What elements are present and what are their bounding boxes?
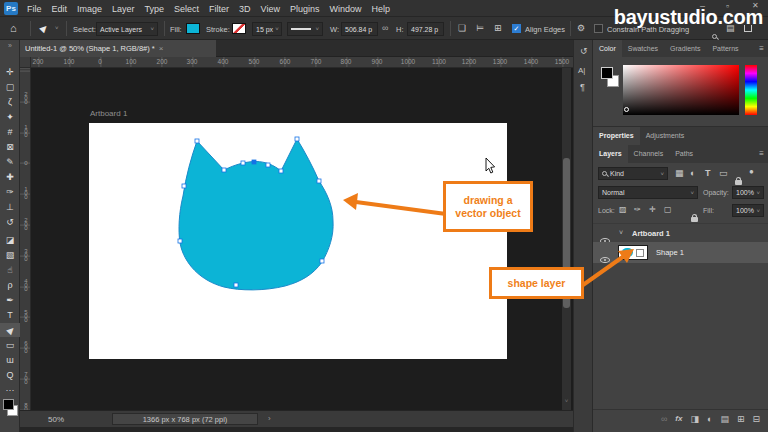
menu-type[interactable]: Type bbox=[145, 4, 165, 14]
filter-toggle-icon[interactable]: ● bbox=[749, 167, 754, 176]
fill-swatch[interactable] bbox=[186, 23, 200, 34]
vertical-scrollbar[interactable]: ˅ bbox=[562, 68, 571, 410]
toolbar-expand-icon[interactable]: » bbox=[0, 42, 20, 49]
menu-help[interactable]: Help bbox=[372, 4, 391, 14]
filter-smart-objects-icon[interactable] bbox=[735, 180, 742, 185]
path-selection-tool-icon[interactable]: ▶ bbox=[37, 22, 49, 34]
zoom-tool-icon[interactable]: Q bbox=[0, 368, 20, 382]
brush-tool-icon[interactable]: ✑ bbox=[0, 185, 20, 199]
eyedropper-tool-icon[interactable]: ✎ bbox=[0, 155, 20, 169]
tab-adjustments[interactable]: Adjustments bbox=[640, 127, 691, 145]
frame-tool-icon[interactable]: ⊠ bbox=[0, 140, 20, 154]
layer-row-shape[interactable]: Shape 1 bbox=[593, 242, 768, 263]
artboard-label[interactable]: Artboard 1 bbox=[90, 109, 127, 118]
filter-adjustment-layers-icon[interactable]: ◐ bbox=[690, 168, 695, 178]
artboard[interactable] bbox=[89, 123, 507, 359]
canvas[interactable]: Artboard 1 bbox=[31, 68, 562, 410]
menu-layer[interactable]: Layer bbox=[112, 4, 135, 14]
layer-filter-kind-dropdown[interactable]: Kind ˅ bbox=[598, 167, 668, 180]
marquee-tool-icon[interactable]: ▢ bbox=[0, 80, 20, 94]
align-edges-checkbox[interactable]: ✓ bbox=[512, 24, 521, 33]
zoom-level-field[interactable]: 50% bbox=[48, 415, 64, 424]
object-selection-tool-icon[interactable]: ✦ bbox=[0, 110, 20, 124]
hue-slider[interactable] bbox=[745, 65, 757, 115]
history-brush-tool-icon[interactable]: ↺ bbox=[0, 215, 20, 229]
height-field[interactable]: 497.28 p bbox=[407, 22, 444, 36]
menu-window[interactable]: Window bbox=[330, 4, 362, 14]
link-layers-icon[interactable]: ∞ bbox=[661, 414, 667, 424]
width-field[interactable]: 506.84 p bbox=[341, 22, 378, 36]
add-mask-icon[interactable]: ◨ bbox=[690, 414, 699, 424]
layer-style-fx-icon[interactable]: fx bbox=[675, 414, 682, 423]
lock-position-icon[interactable]: ✛ bbox=[649, 205, 656, 214]
lock-pixels-icon[interactable]: ✑ bbox=[634, 205, 641, 214]
history-panel-icon[interactable]: ↺ bbox=[580, 46, 588, 56]
filter-pixel-layers-icon[interactable]: ▦ bbox=[675, 168, 684, 178]
lasso-tool-icon[interactable]: ζ bbox=[0, 95, 20, 109]
visibility-eye-icon[interactable] bbox=[600, 257, 610, 263]
gear-icon[interactable]: ⚙ bbox=[577, 23, 585, 33]
constrain-path-checkbox[interactable] bbox=[594, 24, 603, 33]
clone-stamp-tool-icon[interactable]: ⊥ bbox=[0, 200, 20, 214]
menu-select[interactable]: Select bbox=[174, 4, 199, 14]
foreground-color-swatch[interactable] bbox=[601, 67, 613, 79]
tab-paths[interactable]: Paths bbox=[669, 145, 699, 163]
menu-edit[interactable]: Edit bbox=[52, 4, 68, 14]
lock-all-icon[interactable] bbox=[691, 217, 698, 222]
menu-image[interactable]: Image bbox=[77, 4, 102, 14]
path-arrangement-icon[interactable]: ⊞ bbox=[494, 23, 502, 33]
adjustment-layer-icon[interactable]: ◐ bbox=[707, 414, 712, 424]
path-selection-tool-icon[interactable]: ▶ bbox=[0, 323, 20, 337]
tab-gradients[interactable]: Gradients bbox=[664, 40, 706, 57]
tab-swatches[interactable]: Swatches bbox=[622, 40, 664, 57]
blend-mode-dropdown[interactable]: Normal ˅ bbox=[598, 186, 698, 199]
layer-row-artboard[interactable]: ˅ Artboard 1 bbox=[593, 223, 768, 242]
new-layer-icon[interactable]: ⊞ bbox=[737, 414, 745, 424]
expand-chevron-icon[interactable]: ˅ bbox=[619, 229, 623, 236]
menu-3d[interactable]: 3D bbox=[239, 4, 251, 14]
eraser-tool-icon[interactable]: ◪ bbox=[0, 233, 20, 247]
home-icon[interactable]: ⌂ bbox=[10, 22, 17, 34]
delete-layer-icon[interactable]: ⊟ bbox=[752, 414, 760, 424]
tab-channels[interactable]: Channels bbox=[628, 145, 670, 163]
path-alignment-icon[interactable]: ⊨ bbox=[476, 23, 484, 33]
character-panel-icon[interactable]: A| bbox=[578, 66, 585, 75]
panel-menu-icon[interactable]: ≡ bbox=[759, 40, 768, 57]
status-chevron-icon[interactable]: › bbox=[268, 414, 271, 423]
stroke-swatch[interactable] bbox=[232, 23, 246, 34]
dodge-tool-icon[interactable]: ρ bbox=[0, 278, 20, 292]
tab-layers[interactable]: Layers bbox=[593, 145, 628, 163]
scroll-down-icon[interactable]: ˅ bbox=[562, 398, 571, 404]
ruler-corner[interactable] bbox=[20, 57, 31, 68]
type-tool-icon[interactable]: T bbox=[0, 308, 20, 322]
search-icon[interactable] bbox=[712, 34, 717, 39]
hand-tool-icon[interactable]: ɯ bbox=[0, 353, 20, 367]
fill-field[interactable]: 100% ˅ bbox=[732, 204, 764, 217]
panel-menu-icon[interactable]: ≡ bbox=[759, 145, 768, 163]
color-picker-marker[interactable] bbox=[624, 107, 629, 112]
new-group-icon[interactable]: ▤ bbox=[720, 414, 729, 424]
color-saturation-field[interactable] bbox=[623, 65, 739, 115]
tab-patterns[interactable]: Patterns bbox=[706, 40, 744, 57]
edit-toolbar-icon[interactable]: ··· bbox=[0, 383, 20, 397]
link-dimensions-icon[interactable]: ∞ bbox=[382, 23, 388, 33]
opacity-field[interactable]: 100% ˅ bbox=[732, 186, 764, 199]
healing-brush-tool-icon[interactable]: ✚ bbox=[0, 170, 20, 184]
rectangle-tool-icon[interactable]: ▭ bbox=[0, 338, 20, 352]
layer-thumbnail[interactable] bbox=[618, 245, 648, 260]
gradient-tool-icon[interactable]: ▧ bbox=[0, 248, 20, 262]
tab-close-icon[interactable]: × bbox=[159, 44, 164, 53]
path-operations-icon[interactable]: ❏ bbox=[458, 23, 466, 33]
menu-file[interactable]: File bbox=[27, 4, 42, 14]
document-tab[interactable]: Untitled-1 @ 50% (Shape 1, RGB/8#) * × bbox=[20, 40, 216, 57]
tab-color[interactable]: Color bbox=[593, 40, 622, 57]
paragraph-panel-icon[interactable]: ¶ bbox=[580, 82, 585, 92]
filter-shape-layers-icon[interactable]: ▭ bbox=[719, 168, 728, 178]
pen-tool-icon[interactable]: ✒ bbox=[0, 293, 20, 307]
stroke-width-field[interactable]: 15 px ˅ bbox=[252, 22, 282, 36]
lock-artboard-icon[interactable]: ▢ bbox=[664, 205, 672, 214]
crop-tool-icon[interactable]: # bbox=[0, 125, 20, 139]
menu-view[interactable]: View bbox=[261, 4, 280, 14]
stroke-style-dropdown[interactable]: ˅ bbox=[287, 22, 323, 36]
select-mode-dropdown[interactable]: Active Layers ˅ bbox=[96, 22, 158, 36]
